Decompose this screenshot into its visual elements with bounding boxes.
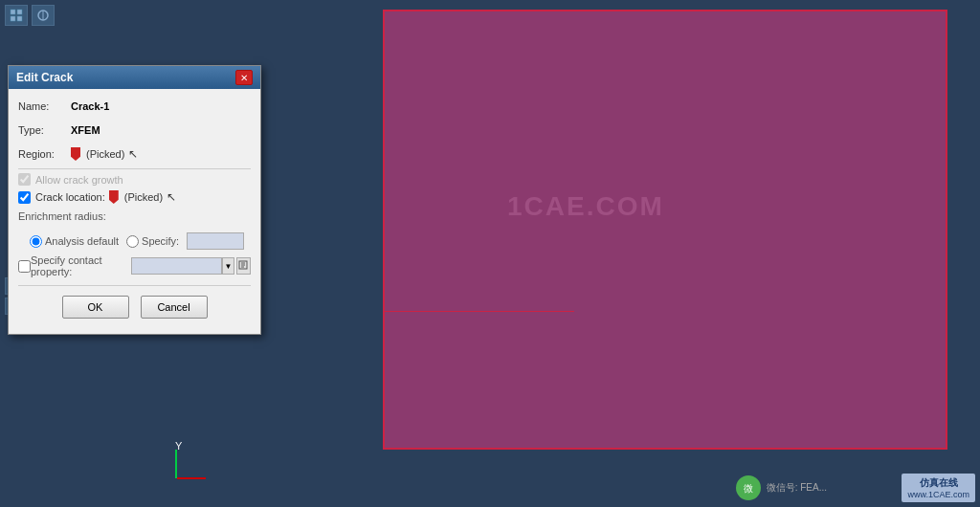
type-row: Type: XFEM bbox=[18, 121, 251, 140]
dialog-buttons: OK Cancel bbox=[18, 290, 251, 326]
type-label: Type: bbox=[18, 124, 71, 136]
allow-crack-growth-row: Allow crack growth bbox=[18, 173, 251, 186]
contact-property-input[interactable] bbox=[131, 257, 222, 275]
watermark-line2: www.1CAE.com bbox=[907, 490, 969, 499]
watermark-line1: 仿真在线 bbox=[907, 476, 969, 490]
bottom-watermark: 仿真在线 www.1CAE.com bbox=[902, 474, 975, 502]
contact-property-checkbox[interactable] bbox=[18, 260, 31, 273]
wechat-label: 微信号: FEA... bbox=[767, 481, 827, 495]
crack-location-cursor-icon bbox=[167, 190, 178, 204]
crack-location-checkbox[interactable] bbox=[18, 191, 31, 204]
svg-rect-3 bbox=[17, 16, 22, 21]
crack-location-pin-icon bbox=[109, 190, 119, 204]
name-value: Crack-1 bbox=[71, 100, 109, 112]
region-picked-text: (Picked) bbox=[86, 148, 124, 160]
watermark-text: 1CAE.COM bbox=[507, 191, 664, 222]
region-label: Region: bbox=[18, 148, 71, 160]
separator-2 bbox=[18, 285, 251, 286]
enrichment-radius-label: Enrichment radius: bbox=[18, 210, 106, 222]
dialog-body: Name: Crack-1 Type: XFEM Region: (Picked… bbox=[9, 89, 260, 334]
enrichment-radius-row: Enrichment radius: bbox=[18, 209, 251, 228]
region-pin-icon bbox=[71, 147, 80, 161]
allow-crack-growth-checkbox[interactable] bbox=[18, 173, 31, 186]
axis-x-arrow bbox=[177, 477, 206, 479]
contact-property-edit-button[interactable] bbox=[236, 257, 251, 275]
dialog-title: Edit Crack bbox=[16, 71, 73, 84]
contact-property-dropdown[interactable]: ▼ bbox=[222, 257, 234, 275]
specify-radio[interactable] bbox=[126, 235, 139, 248]
specify-input[interactable] bbox=[187, 232, 244, 250]
crack-location-picked-text: (Picked) bbox=[124, 191, 163, 203]
svg-rect-0 bbox=[11, 10, 15, 14]
svg-rect-2 bbox=[11, 16, 15, 21]
model-viewport bbox=[383, 10, 947, 450]
viewport: 1CAE.COM Y Crack 仿真在线 www.1CAE.com bbox=[0, 0, 980, 507]
specify-label: Specify: bbox=[142, 235, 179, 247]
contact-property-label: Specify contact property: bbox=[31, 254, 123, 277]
wechat-area: 微 微信号: FEA... bbox=[734, 474, 827, 502]
toolbar-icon-2[interactable] bbox=[32, 5, 55, 26]
separator-1 bbox=[18, 168, 251, 169]
cancel-button[interactable]: Cancel bbox=[141, 296, 208, 319]
analysis-default-label: Analysis default bbox=[45, 235, 119, 247]
toolbar-icon-1[interactable] bbox=[5, 5, 28, 26]
top-toolbar bbox=[5, 5, 55, 26]
svg-text:微: 微 bbox=[744, 483, 753, 494]
specify-group: Specify: bbox=[126, 235, 179, 248]
svg-rect-1 bbox=[17, 10, 22, 14]
region-row: Region: (Picked) bbox=[18, 144, 251, 164]
name-row: Name: Crack-1 bbox=[18, 97, 251, 116]
analysis-default-radio[interactable] bbox=[30, 235, 42, 248]
crack-location-label: Crack location: bbox=[35, 191, 105, 203]
allow-crack-growth-label: Allow crack growth bbox=[35, 174, 123, 186]
radio-row: Analysis default Specify: bbox=[30, 232, 251, 250]
crack-line bbox=[383, 311, 574, 312]
region-cursor-icon bbox=[128, 147, 140, 161]
edit-crack-dialog: Edit Crack ✕ Name: Crack-1 Type: XFEM Re… bbox=[8, 65, 261, 335]
axis-y-arrow bbox=[175, 450, 177, 478]
dialog-close-button[interactable]: ✕ bbox=[235, 70, 253, 85]
crack-location-row: Crack location: (Picked) bbox=[18, 190, 251, 204]
contact-property-row: Specify contact property: ▼ bbox=[18, 254, 251, 277]
type-value: XFEM bbox=[71, 124, 100, 136]
ok-button[interactable]: OK bbox=[62, 296, 129, 319]
dialog-titlebar: Edit Crack ✕ bbox=[9, 66, 260, 89]
name-label: Name: bbox=[18, 100, 71, 112]
analysis-default-group: Analysis default bbox=[30, 235, 119, 248]
